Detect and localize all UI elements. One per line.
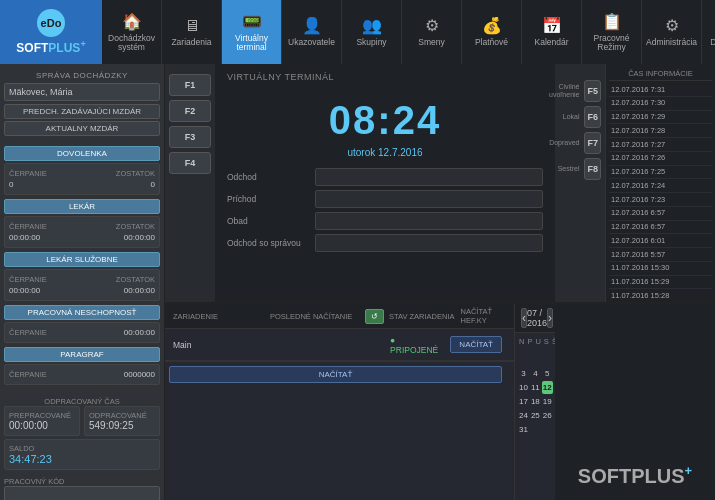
refresh-btn[interactable]: ↺ bbox=[365, 309, 384, 324]
nav-evidencny[interactable]: 🏠 Dochádzkovsystém bbox=[102, 0, 162, 64]
nav-smeny-label: Smeny bbox=[418, 38, 444, 47]
f1-btn[interactable]: F1 bbox=[169, 74, 211, 96]
plus-symbol: + bbox=[685, 463, 693, 478]
f5-label: Civilnéuvoľnenie bbox=[549, 83, 581, 100]
predchadzajuci-btn[interactable]: PREDCH. ZADÁVAJÚCI MZDÁR bbox=[4, 104, 160, 119]
paragraf-btn[interactable]: PARAGRAF bbox=[4, 347, 160, 362]
col-posledne: POSLEDNÉ NAČÍTANIE bbox=[268, 312, 363, 321]
fkey-row-f8: Sestrel F8 bbox=[559, 158, 601, 180]
vt-field-prichod: Príchod bbox=[227, 190, 543, 208]
f4-btn[interactable]: F4 bbox=[169, 152, 211, 174]
f5-btn[interactable]: F5 bbox=[584, 80, 601, 102]
calendar-days: 1234567891011121314151617181920212223242… bbox=[515, 350, 555, 439]
nav-smeny[interactable]: ⚙ Smeny bbox=[402, 0, 462, 64]
calendar-header: ‹ 07 / 2016 › bbox=[515, 304, 555, 333]
stav-header-row: ↺ STAV ZARIADENIA bbox=[365, 309, 457, 324]
cal-day-header: U bbox=[534, 336, 541, 347]
right-area: F1 F2 F3 F4 VIRTUÁLNY TERMINÁL 08:24 uto… bbox=[165, 64, 715, 500]
vt-section-title: VIRTUÁLNY TERMINÁL bbox=[227, 72, 543, 82]
fkey-row-f6: Lokal F6 bbox=[559, 106, 601, 128]
saldo-block: SALDO 34:47:23 bbox=[4, 439, 160, 470]
nav-skupiny[interactable]: 👥 Skupiny bbox=[342, 0, 402, 64]
f6-btn[interactable]: F6 bbox=[584, 106, 601, 128]
vt-field-prichod-input[interactable] bbox=[315, 190, 543, 208]
nav-administratia-icon: ⚙ bbox=[665, 16, 679, 35]
cal-day[interactable]: 12 bbox=[542, 381, 553, 394]
vt-field-odchod-spravou-input[interactable] bbox=[315, 234, 543, 252]
nav-ukazatele[interactable]: 👤 Ukazovatele bbox=[282, 0, 342, 64]
zariadenie-panel: ZARIADENIE POSLEDNÉ NAČÍTANIE ↺ STAV ZAR… bbox=[165, 304, 515, 500]
cal-day[interactable]: 18 bbox=[530, 395, 541, 408]
aktualny-btn[interactable]: AKTUALNY MZDÁR bbox=[4, 121, 160, 136]
ts-item: 12.07.2016 6:57 bbox=[609, 221, 712, 235]
ts-item: 12.07.2016 7:23 bbox=[609, 193, 712, 207]
nav-virtualny[interactable]: 📟 Virtuálnyterminal bbox=[222, 0, 282, 64]
cal-day[interactable]: 19 bbox=[542, 395, 553, 408]
lekar-btn[interactable]: LEKÁR bbox=[4, 199, 160, 214]
ts-item: 12.07.2016 7:25 bbox=[609, 166, 712, 180]
cal-day[interactable]: 17 bbox=[518, 395, 529, 408]
ts-list: 12.07.2016 7:3112.07.2016 7:3012.07.2016… bbox=[609, 83, 712, 302]
employee-select[interactable]: Mäkovec, Mária bbox=[4, 83, 160, 101]
col-nacitat: NAČÍTAŤ HEF.KY bbox=[459, 307, 508, 325]
nav-zariadenia-icon: 🖥 bbox=[184, 17, 200, 35]
nacitat-btn-2[interactable]: NAČÍTAŤ bbox=[169, 366, 502, 383]
pracovne-btn[interactable]: PRACOVNÁ NESCHOPNOSŤ bbox=[4, 305, 160, 320]
odpracovany-label: ODPRACOVANÝ ČAS bbox=[4, 397, 160, 406]
vt-clock: 08:24 bbox=[227, 98, 543, 143]
vt-field-odchod-input[interactable] bbox=[315, 168, 543, 186]
cal-title: 07 / 2016 bbox=[527, 308, 547, 328]
main-area: SPRÁVA DOCHÁDZKY Mäkovec, Mária PREDCH. … bbox=[0, 64, 715, 500]
cal-day[interactable]: 4 bbox=[530, 367, 541, 380]
nav-virtualny-label: Virtuálnyterminal bbox=[235, 34, 268, 53]
f7-label: Dopraved bbox=[549, 139, 581, 147]
nacitat-btn-1[interactable]: NAČÍTAŤ bbox=[450, 336, 502, 353]
lekar-sluzobne-btn[interactable]: LEKÁR SLUŽOBNE bbox=[4, 252, 160, 267]
vt-field-obad-input[interactable] bbox=[315, 212, 543, 230]
f3-btn[interactable]: F3 bbox=[169, 126, 211, 148]
cal-day[interactable]: 25 bbox=[530, 409, 541, 422]
cal-day[interactable]: 10 bbox=[518, 381, 529, 394]
cal-day[interactable]: 11 bbox=[530, 381, 541, 394]
preprac-block: PREPRACOVANÉ 00:00:00 bbox=[4, 406, 80, 436]
cal-next-btn[interactable]: › bbox=[547, 308, 553, 328]
vt-field-obad: Obad bbox=[227, 212, 543, 230]
nav-platnove-label: Platňové bbox=[475, 38, 508, 47]
ts-item: 12.07.2016 7:27 bbox=[609, 138, 712, 152]
soft-text: SOFT bbox=[578, 465, 631, 487]
f2-btn[interactable]: F2 bbox=[169, 100, 211, 122]
vt-fkeys-left: F1 F2 F3 F4 bbox=[165, 64, 215, 302]
cal-day[interactable]: 3 bbox=[518, 367, 529, 380]
nav-platnove[interactable]: 💰 Platňové bbox=[462, 0, 522, 64]
nav-pracovne[interactable]: 📋 PracovnéRežimy bbox=[582, 0, 642, 64]
f8-label: Sestrel bbox=[558, 165, 582, 173]
cal-day[interactable]: 26 bbox=[542, 409, 553, 422]
ts-item: 12.07.2016 7:24 bbox=[609, 179, 712, 193]
nav-kalendar[interactable]: 📅 Kalendár bbox=[522, 0, 582, 64]
pracovny-kod-label: PRACOVNÝ KÓD bbox=[4, 477, 160, 486]
ts-item: 12.07.2016 7:31 bbox=[609, 83, 712, 97]
vt-bottom: ZARIADENIE POSLEDNÉ NAČÍTANIE ↺ STAV ZAR… bbox=[165, 304, 715, 500]
vt-fkeys-right: Civilnéuvoľnenie F5 Lokal F6 Dopraved F7… bbox=[555, 64, 605, 302]
fkey-row-f5: Civilnéuvoľnenie F5 bbox=[559, 80, 601, 102]
dovolenka-btn[interactable]: DOVOLENKA bbox=[4, 146, 160, 161]
cal-day[interactable]: 24 bbox=[518, 409, 529, 422]
cal-day[interactable]: 31 bbox=[518, 423, 529, 436]
nav-administratia[interactable]: ⚙ Administrácia bbox=[642, 0, 702, 64]
lekar-section: ČERPANIE ZOSTATOK 00:00:00 00:00:00 bbox=[4, 216, 160, 248]
left-panel: SPRÁVA DOCHÁDZKY Mäkovec, Mária PREDCH. … bbox=[0, 64, 165, 500]
nav-pracovne-icon: 📋 bbox=[602, 12, 622, 31]
app-name: SOFTPLUS+ bbox=[16, 39, 85, 55]
nav-zariadenia[interactable]: 🖥 Zariadenia bbox=[162, 0, 222, 64]
pracovny-kod-select[interactable] bbox=[4, 486, 160, 500]
nav-smeny-icon: ⚙ bbox=[425, 16, 439, 35]
cal-day-header: P bbox=[526, 336, 533, 347]
cal-day[interactable]: 5 bbox=[542, 367, 553, 380]
nav-dochadzka[interactable]: 📊 Dochádzka bbox=[702, 0, 715, 64]
f8-btn[interactable]: F8 bbox=[584, 158, 601, 180]
ts-item: 11.07.2016 15:29 bbox=[609, 276, 712, 290]
ts-title: Čas informácie bbox=[609, 67, 712, 81]
f7-btn[interactable]: F7 bbox=[584, 132, 601, 154]
f6-label: Lokal bbox=[563, 113, 582, 121]
nav-skupiny-label: Skupiny bbox=[356, 38, 386, 47]
